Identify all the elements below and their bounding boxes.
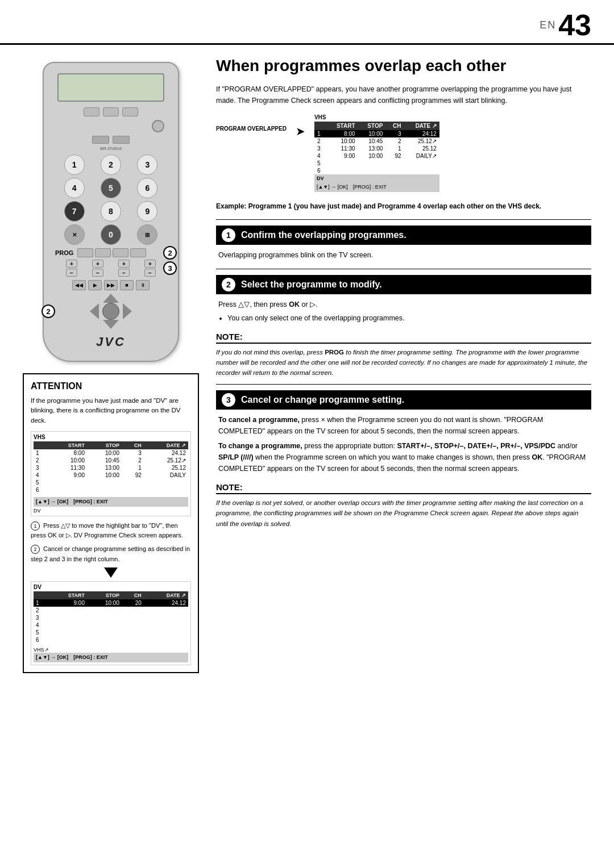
remote-top-btn[interactable] — [103, 107, 119, 116]
table-row: 3 11:30 13:00 1 25.12 — [34, 464, 188, 471]
remote-container: BR-DV816 1 2 3 4 5 6 7 8 9 ✕ 0 ⊞ — [23, 62, 199, 362]
nav-up-btn[interactable] — [103, 294, 119, 303]
table-row: 3 — [34, 614, 188, 621]
table-header-num — [34, 441, 48, 449]
prog-btn[interactable] — [77, 248, 93, 257]
cancel-btn[interactable]: ✕ — [64, 224, 85, 245]
num-8[interactable]: 8 — [101, 201, 121, 222]
plus-btn[interactable]: + — [66, 260, 77, 268]
vhs-label: VHS — [34, 434, 188, 440]
vhs-dv-label: DV — [314, 174, 439, 182]
remote-mode-btn[interactable] — [113, 136, 130, 144]
step-3-body: To cancel a programme, press × when the … — [216, 414, 591, 474]
plus-btn[interactable]: + — [144, 260, 156, 268]
remote-control: BR-DV816 1 2 3 4 5 6 7 8 9 ✕ 0 ⊞ — [43, 62, 179, 362]
remote-top-buttons — [52, 107, 170, 116]
table-header-stop: STOP — [87, 591, 122, 599]
attention-intro: If the programme you have just made and … — [31, 396, 191, 425]
dv-table: START STOP CH DATE ↗ 1 9:00 10:00 20 24.… — [34, 591, 188, 644]
plus-btn[interactable]: + — [92, 260, 103, 268]
intro-text: If "PROGRAM OVERLAPPED" appears, you hav… — [216, 84, 591, 106]
plus-btn[interactable]: + — [118, 260, 130, 268]
vhs-row-6: 6 — [314, 167, 439, 174]
table-row: 1 8:00 10:00 3 24.12 — [34, 449, 188, 457]
dv-screen-nav: [▲▼] → [OK] [PROG] : EXIT — [34, 653, 188, 662]
step-1-body: Overlapping programmes blink on the TV s… — [216, 249, 591, 261]
table-row: 4 9:00 10:00 92 DAILY — [34, 471, 188, 479]
prog-overlap-label: PROGRAM OVERLAPPED — [216, 126, 287, 132]
step2-text: 2 Cancel or change programme setting as … — [31, 544, 191, 564]
page-title: When programmes overlap each other — [216, 56, 591, 76]
dv-screen-label: DV — [34, 584, 188, 590]
num-5[interactable]: 5 — [101, 178, 121, 198]
attention-title: ATTENTION — [31, 381, 191, 391]
page-number: 43 — [558, 10, 591, 40]
num-6[interactable]: 6 — [137, 178, 157, 198]
table-header-stop: STOP — [87, 441, 122, 449]
th-ch: CH — [385, 122, 404, 130]
step-2-body: Press △▽, then press OK or ▷. You can on… — [216, 299, 591, 324]
note-2-text: If the overlap is not yet solved, or ano… — [216, 498, 591, 529]
divider-3 — [216, 384, 591, 385]
step-3-section: 3 Cancel or change programme setting. To… — [216, 390, 591, 474]
step-2-bullet-1: You can only select one of the overlappi… — [227, 312, 589, 324]
table-row-highlight: 1 9:00 10:00 20 24.12 — [34, 599, 188, 607]
nav-right-btn[interactable] — [123, 303, 132, 319]
vhs-below-label: VHS↗ — [34, 647, 188, 653]
en-label: EN — [540, 19, 556, 31]
num-1[interactable]: 1 — [64, 155, 85, 175]
num-7[interactable]: 7 — [64, 201, 85, 222]
prog-btn[interactable] — [130, 248, 146, 257]
step-3-change: To change a programme, press the appropr… — [218, 440, 589, 474]
vhs-table: START STOP CH DATE ↗ 1 8:00 10:00 3 24.1… — [34, 441, 188, 494]
step-1-section: 1 Confirm the overlapping programmes. Ov… — [216, 226, 591, 261]
th-start: START — [326, 122, 358, 130]
vhs-row-2: 2 10:00 10:45 2 25.12↗ — [314, 137, 439, 145]
prog-btn[interactable] — [113, 248, 128, 257]
nav-ok-btn[interactable] — [102, 303, 119, 320]
table-row: 5 — [34, 629, 188, 636]
play-btn[interactable]: ▶ — [88, 280, 102, 290]
step-1-title: Confirm the overlapping programmes. — [241, 230, 406, 240]
minus-btn[interactable]: − — [118, 269, 130, 277]
plus-group: + − — [118, 260, 130, 277]
step-3-number: 3 — [222, 393, 235, 407]
table-row: 5 — [34, 479, 188, 486]
step-3-cancel: To cancel a programme, press × when the … — [218, 414, 589, 437]
step-3-title: Cancel or change programme setting. — [241, 395, 404, 405]
rewind-btn[interactable]: ◀◀ — [72, 280, 86, 290]
power-button[interactable] — [152, 120, 164, 132]
step-3-header: 3 Cancel or change programme setting. — [216, 390, 591, 410]
special-btn[interactable]: ⊞ — [137, 224, 157, 245]
remote-top-btn[interactable] — [84, 107, 99, 116]
plus-group: + − — [144, 260, 156, 277]
pause-btn[interactable]: ⏸ — [136, 280, 150, 290]
num-0[interactable]: 0 — [101, 224, 121, 245]
num-2[interactable]: 2 — [101, 155, 121, 175]
nav-down-btn[interactable] — [103, 320, 119, 329]
step-2-line-1: Press △▽, then press OK or ▷. — [218, 299, 589, 310]
remote-mode-btn[interactable] — [92, 136, 109, 144]
prog-buttons — [77, 248, 167, 257]
minus-btn[interactable]: − — [66, 269, 77, 277]
dv-screen-wrapper: DV START STOP CH DATE ↗ 1 9:00 10:00 20 — [31, 581, 191, 665]
minus-btn[interactable]: − — [144, 269, 156, 277]
note-1-box: NOTE: If you do not mind this overlap, p… — [216, 332, 591, 378]
num-3[interactable]: 3 — [137, 155, 157, 175]
prog-btn[interactable] — [95, 248, 111, 257]
minus-btn[interactable]: − — [92, 269, 103, 277]
th-num — [314, 122, 326, 130]
attention-box: ATTENTION If the programme you have just… — [23, 373, 199, 673]
nav-left-btn[interactable] — [90, 303, 99, 319]
remote-top-btn[interactable] — [122, 107, 138, 116]
stop-btn[interactable]: ■ — [120, 280, 134, 290]
remote-screen — [57, 73, 164, 102]
dv-label: DV — [34, 508, 188, 514]
ffwd-btn[interactable]: ▶▶ — [104, 280, 118, 290]
table-row: 6 — [34, 486, 188, 494]
left-column: BR-DV816 1 2 3 4 5 6 7 8 9 ✕ 0 ⊞ — [23, 56, 199, 673]
num-4[interactable]: 4 — [64, 178, 85, 198]
vhs-screen-table: START STOP CH DATE ↗ 1 8:00 10:00 3 24:1… — [314, 122, 439, 174]
num-9[interactable]: 9 — [137, 201, 157, 222]
table-row: 2 10:00 10:45 2 25.12↗ — [34, 457, 188, 464]
